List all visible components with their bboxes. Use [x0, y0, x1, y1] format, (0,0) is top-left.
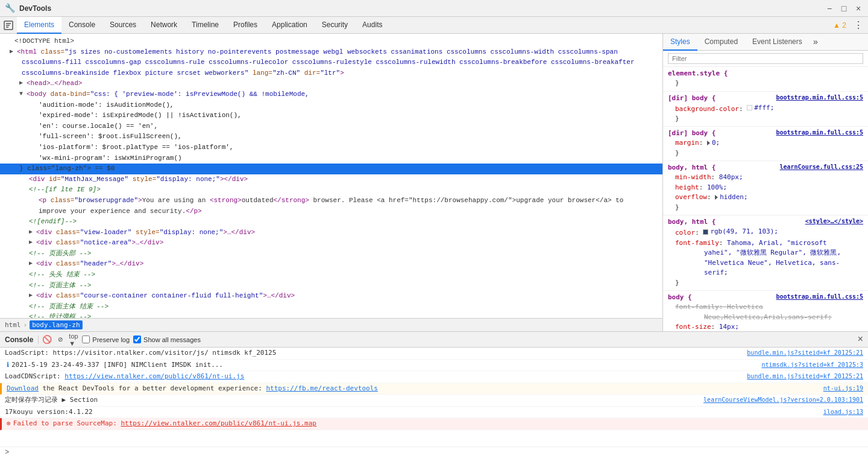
- tab-event-listeners[interactable]: Event Listeners: [745, 34, 810, 51]
- console-close-button[interactable]: ×: [857, 334, 863, 345]
- html-line[interactable]: <!DOCTYPE html>: [0, 36, 662, 47]
- expand-arrow[interactable]: ▶: [29, 238, 36, 247]
- right-tabs: Styles Computed Event Listeners »: [663, 34, 868, 51]
- console-line-info[interactable]: ℹ 2021-5-19 23-24-49-337 [INFO] NIMClien…: [0, 360, 868, 372]
- tab-sources[interactable]: Sources: [102, 17, 143, 34]
- tab-application[interactable]: Application: [265, 17, 315, 34]
- style-prop: font-size: 14px;: [668, 322, 863, 331]
- show-all-messages-checkbox[interactable]: Show all messages: [133, 336, 201, 343]
- html-line[interactable]: 'expired-mode': isExpiredMode() || !isAc…: [0, 110, 662, 121]
- style-source[interactable]: bootstrap.min.full.css:5: [776, 129, 864, 136]
- html-line[interactable]: ▶ <div class="course-container container…: [0, 291, 662, 302]
- console-top-dropdown[interactable]: top ▼: [69, 335, 78, 345]
- styles-content[interactable]: element.style { } [dir] body { bootstrap…: [663, 67, 868, 331]
- style-prop: font-family: Helvetica: [668, 302, 863, 313]
- style-source[interactable]: <style>…</style>: [805, 218, 863, 224]
- console-tab-label[interactable]: Console: [5, 336, 39, 344]
- html-line[interactable]: <!-- 页面主体 结束 -->: [0, 302, 662, 313]
- console-line[interactable]: LoadScript: https://visitor.ntalker.com/…: [0, 348, 868, 360]
- console-filter-button[interactable]: ⊘: [55, 335, 65, 345]
- html-line[interactable]: <!--[if lte IE 9]>: [0, 185, 662, 196]
- console-clear-button[interactable]: 🚫: [42, 335, 52, 345]
- html-line[interactable]: 'audition-mode': isAuditionMode(),: [0, 100, 662, 111]
- console-line[interactable]: LoadCDNScript: https://view.ntalker.com/…: [0, 371, 868, 383]
- preserve-log-checkbox[interactable]: Preserve log: [82, 336, 130, 343]
- expand-arrow[interactable]: ▼: [19, 89, 27, 99]
- style-source[interactable]: bootstrap.min.full.css:5: [776, 94, 864, 101]
- cdn-link[interactable]: https://view.ntalker.com/public/v861/nt-…: [64, 372, 244, 380]
- title-bar-controls: − □ ×: [825, 4, 863, 13]
- style-source[interactable]: learnCourse.full.css:25: [780, 164, 863, 170]
- html-line[interactable]: csscolumns-fill csscolumns-gap csscolumn…: [0, 57, 662, 68]
- minimize-button[interactable]: −: [825, 4, 834, 13]
- html-line[interactable]: <!-- 页面头部 -->: [0, 249, 662, 259]
- html-line[interactable]: ▶ <div class="notice-area">…</div>: [0, 238, 662, 249]
- html-line[interactable]: <![endif]-->: [0, 217, 662, 227]
- devtools-cursor-icon[interactable]: [2, 19, 14, 31]
- close-button[interactable]: ×: [854, 4, 863, 13]
- console-line[interactable]: 定时保存学习记录 ▶ Section learnCourseViewModel.…: [0, 395, 868, 407]
- color-swatch[interactable]: [703, 229, 708, 235]
- tab-elements[interactable]: Elements: [17, 17, 61, 34]
- html-line[interactable]: ▶ <head>…</head>: [0, 78, 662, 89]
- console-source[interactable]: nt-ui.js:19: [823, 384, 863, 393]
- html-line[interactable]: <!-- 头头 结束 -->: [0, 270, 662, 281]
- console-source[interactable]: bundle.min.js?siteid=kf 20125:21: [747, 372, 863, 381]
- tab-timeline[interactable]: Timeline: [184, 17, 226, 34]
- console-output[interactable]: LoadScript: https://visitor.ntalker.com/…: [0, 348, 868, 447]
- color-swatch[interactable]: [747, 105, 752, 110]
- expand-arrow[interactable]: ▶: [19, 78, 27, 88]
- html-line[interactable]: <!-- 统计弹框 -->: [0, 312, 662, 318]
- html-line[interactable]: 'wx-mini-program': isWxMiniProgram(): [0, 153, 662, 164]
- style-rule: element.style { }: [663, 67, 868, 92]
- expand-arrow[interactable]: ▶: [29, 259, 36, 269]
- console-line[interactable]: 17kouyu version:4.1.22 iload.js:13: [0, 407, 868, 419]
- console-source[interactable]: learnCourseViewModel.js?version=2.0.103:…: [703, 395, 863, 404]
- console-source[interactable]: iload.js:13: [823, 407, 863, 416]
- html-line[interactable]: <div id="MathJax_Message" style="display…: [0, 174, 662, 185]
- style-selector: body, html { <style>…</style>: [668, 218, 863, 226]
- style-prop: overflow: hidden;: [668, 192, 863, 203]
- html-line[interactable]: csscolumns-breakinside flexbox picture s…: [0, 68, 662, 79]
- tab-security[interactable]: Security: [315, 17, 355, 34]
- console-source[interactable]: bundle.min.js?siteid=kf 20125:21: [747, 348, 863, 357]
- console-line-error[interactable]: ⊗ Failed to parse SourceMap: https://vie…: [0, 418, 868, 430]
- tab-audits[interactable]: Audits: [355, 17, 389, 34]
- expand-arrow[interactable]: ▶: [10, 47, 17, 57]
- breadcrumb-item-html[interactable]: html: [5, 321, 21, 329]
- tab-console[interactable]: Console: [61, 17, 102, 34]
- tab-profiles[interactable]: Profiles: [226, 17, 265, 34]
- warning-count: ▲ 2: [833, 21, 846, 30]
- html-line[interactable]: improve your experience and security.</p…: [0, 206, 662, 217]
- expand-arrow[interactable]: ▶: [29, 291, 36, 301]
- html-line[interactable]: ▶ <div class="header">…</div>: [0, 259, 662, 270]
- html-line[interactable]: 'ios-platform': $root.platType == 'ios-p…: [0, 142, 662, 153]
- tab-warning: ▲ 2: [833, 21, 846, 30]
- tab-more-button[interactable]: ⋮: [851, 19, 866, 31]
- html-line[interactable]: 'full-screen': $root.isFullScreen(),: [0, 132, 662, 142]
- html-view[interactable]: <!DOCTYPE html> ▶ <html class="js sizes …: [0, 34, 662, 318]
- html-line-selected[interactable]: } class="lang-zh"> == $0: [0, 164, 662, 174]
- expand-arrow[interactable]: ▶: [29, 227, 36, 237]
- tab-computed[interactable]: Computed: [697, 34, 745, 51]
- filter-input[interactable]: [668, 53, 863, 64]
- console-panel: Console 🚫 ⊘ top ▼ Preserve log Show all …: [0, 331, 868, 458]
- html-line[interactable]: ▼ <body data-bind="css: { 'preview-mode'…: [0, 89, 662, 100]
- right-tab-more[interactable]: »: [810, 37, 822, 47]
- style-source[interactable]: bootstrap.min.full.css:5: [776, 293, 864, 300]
- console-input[interactable]: [11, 449, 863, 457]
- download-link[interactable]: Download: [7, 384, 39, 392]
- html-line[interactable]: ▶ <div class="view-loader" style="displa…: [0, 227, 662, 238]
- console-line-warning[interactable]: Download the React DevTools for a better…: [0, 383, 868, 395]
- html-line[interactable]: <!-- 页面主体 -->: [0, 281, 662, 291]
- maximize-button[interactable]: □: [839, 4, 849, 13]
- tab-styles[interactable]: Styles: [663, 34, 697, 51]
- breadcrumb-item-body[interactable]: body.lang-zh: [30, 320, 82, 329]
- console-source[interactable]: ntimsdk.js?siteid=kf 20125:3: [761, 360, 863, 369]
- html-line[interactable]: <p class="browserupgrade">You are using …: [0, 196, 662, 206]
- tab-network[interactable]: Network: [143, 17, 184, 34]
- react-devtools-link[interactable]: https://fb.me/react-devtools: [266, 384, 377, 392]
- html-line[interactable]: 'en': course.locale() == 'en',: [0, 121, 662, 132]
- sourcemap-link[interactable]: https://view.ntalker.com/public/v861/nt-…: [121, 419, 316, 427]
- html-line[interactable]: ▶ <html class="js sizes no-customelement…: [0, 47, 662, 58]
